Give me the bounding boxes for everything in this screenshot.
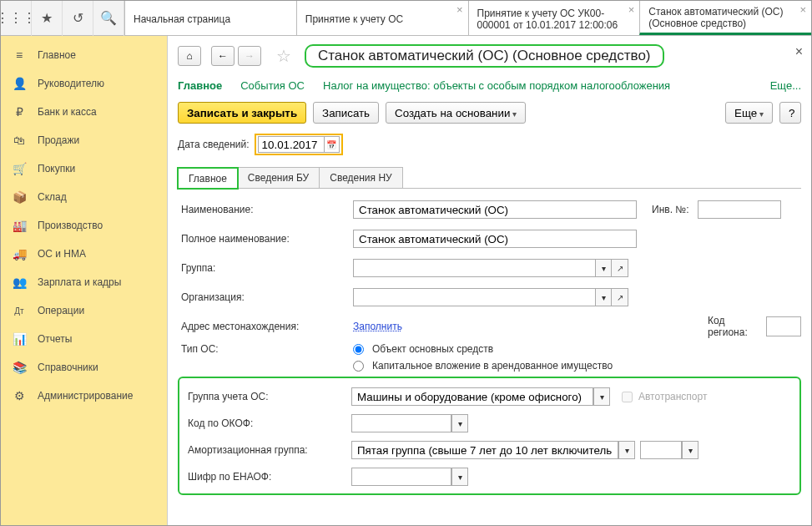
- apps-icon[interactable]: ⋮⋮⋮: [1, 1, 32, 36]
- auto-checkbox[interactable]: Автотранспорт: [618, 389, 707, 405]
- open-icon[interactable]: ↗: [612, 259, 628, 277]
- close-icon[interactable]: ×: [795, 44, 803, 59]
- cart-icon: 🛒: [13, 162, 26, 175]
- org-input[interactable]: [353, 288, 595, 306]
- enaof-label: Шифр по ЕНАОФ:: [188, 471, 351, 483]
- name-input[interactable]: [353, 200, 637, 219]
- sidebar-item-admin[interactable]: ⚙Администрирование: [1, 382, 167, 410]
- radio-input[interactable]: [353, 361, 364, 372]
- sidebar-item-salary[interactable]: 👥Зарплата и кадры: [1, 268, 167, 296]
- sidebar-item-label: Справочники: [38, 362, 98, 373]
- more-button[interactable]: Еще: [725, 102, 773, 124]
- sidebar-item-label: Руководителю: [38, 78, 104, 89]
- forward-button[interactable]: →: [238, 46, 261, 66]
- tab-asset-card[interactable]: Станок автоматический (ОС) (Основное сре…: [639, 1, 811, 35]
- sidebar-item-sales[interactable]: 🛍Продажи: [1, 126, 167, 154]
- dropdown-icon[interactable]: ▾: [682, 441, 699, 459]
- radio-input[interactable]: [353, 344, 364, 355]
- content-area: × ⌂ ← → ☆ Станок автоматический (ОС) (Ос…: [168, 36, 811, 526]
- calendar-icon[interactable]: 📅: [325, 136, 340, 153]
- type-radio-invest[interactable]: Капитальное вложение в арендованное имущ…: [353, 360, 613, 372]
- sidebar-item-bank[interactable]: ₽Банк и касса: [1, 98, 167, 126]
- truck-icon: 🚚: [13, 247, 26, 260]
- acc-group-input[interactable]: [351, 387, 593, 406]
- tab-os-accept-doc[interactable]: Принятие к учету ОС УК00-000001 от 10.01…: [468, 1, 640, 35]
- subtab-bu[interactable]: Сведения БУ: [237, 167, 320, 188]
- dropdown-icon[interactable]: ▾: [451, 414, 468, 432]
- close-icon[interactable]: ×: [456, 4, 463, 16]
- sidebar-item-ref[interactable]: 📚Справочники: [1, 353, 167, 382]
- star-icon[interactable]: ★: [32, 1, 63, 36]
- factory-icon: 🏭: [13, 219, 26, 232]
- close-icon[interactable]: ×: [799, 4, 806, 16]
- sidebar-item-label: Администрирование: [38, 390, 133, 402]
- top-toolbar: ⋮⋮⋮ ★ ↺ 🔍 Начальная страница Принятие к …: [1, 1, 811, 36]
- nav-main[interactable]: Главное: [178, 79, 222, 92]
- sidebar-item-label: Отчеты: [38, 333, 72, 345]
- sidebar-item-label: Производство: [38, 220, 103, 231]
- help-button[interactable]: ?: [779, 102, 801, 124]
- close-icon[interactable]: ×: [628, 4, 635, 16]
- sidebar-item-reports[interactable]: 📊Отчеты: [1, 325, 167, 353]
- sidebar-item-warehouse[interactable]: 📦Склад: [1, 183, 167, 211]
- back-button[interactable]: ←: [211, 46, 235, 66]
- amort-input[interactable]: [351, 441, 618, 459]
- star-outline-icon[interactable]: ☆: [276, 46, 291, 66]
- sidebar-item-label: Банк и касса: [38, 106, 97, 118]
- inv-label: Инв. №:: [652, 204, 689, 215]
- dropdown-icon[interactable]: ▾: [451, 468, 468, 486]
- page-title: Станок автоматический (ОС) (Основное сре…: [305, 44, 664, 68]
- amort-ext-input[interactable]: [640, 441, 682, 459]
- nav-tax[interactable]: Налог на имущество: объекты с особым пор…: [323, 79, 670, 92]
- nav-more[interactable]: Еще...: [770, 79, 801, 92]
- sidebar: ≡Главное 👤Руководителю ₽Банк и касса 🛍Пр…: [1, 36, 168, 526]
- toolbar-icons: ⋮⋮⋮ ★ ↺ 🔍: [1, 1, 124, 35]
- sidebar-item-manager[interactable]: 👤Руководителю: [1, 69, 167, 98]
- sidebar-item-label: Операции: [38, 305, 84, 316]
- inv-input[interactable]: [698, 200, 781, 219]
- sidebar-item-label: ОС и НМА: [38, 248, 86, 260]
- dropdown-icon[interactable]: ▾: [618, 441, 635, 459]
- chart-icon: 📊: [13, 332, 26, 346]
- write-button[interactable]: Записать: [313, 102, 379, 124]
- create-based-button[interactable]: Создать на основании: [386, 102, 526, 124]
- enaof-input[interactable]: [351, 468, 451, 486]
- addr-label: Адрес местонахождения:: [178, 321, 353, 332]
- search-icon[interactable]: 🔍: [93, 1, 124, 36]
- group-label: Группа:: [178, 262, 353, 274]
- sidebar-item-production[interactable]: 🏭Производство: [1, 211, 167, 240]
- okof-input[interactable]: [351, 414, 451, 432]
- date-input[interactable]: [258, 136, 325, 153]
- history-icon[interactable]: ↺: [63, 1, 93, 36]
- bag-icon: 🛍: [13, 134, 26, 147]
- sidebar-item-label: Покупки: [38, 163, 75, 174]
- sidebar-item-purchases[interactable]: 🛒Покупки: [1, 154, 167, 183]
- tab-os-accept[interactable]: Принятие к учету ОС×: [296, 1, 468, 35]
- type-radio-asset[interactable]: Объект основных средств: [353, 343, 613, 355]
- sidebar-item-main[interactable]: ≡Главное: [1, 41, 167, 69]
- sidebar-item-label: Продажи: [38, 134, 79, 146]
- fullname-input[interactable]: [353, 230, 637, 248]
- window-tabs: Начальная страница Принятие к учету ОС× …: [124, 1, 811, 35]
- dropdown-icon[interactable]: ▾: [595, 288, 612, 306]
- sidebar-item-label: Главное: [38, 49, 76, 61]
- addr-fill-link[interactable]: Заполнить: [353, 321, 402, 332]
- tab-start-page[interactable]: Начальная страница: [124, 1, 296, 35]
- region-input[interactable]: [766, 316, 801, 336]
- acc-group-label: Группа учета ОС:: [188, 391, 351, 402]
- dropdown-icon[interactable]: ▾: [593, 387, 610, 406]
- gear-icon: ⚙: [13, 389, 26, 402]
- nav-events[interactable]: События ОС: [240, 79, 305, 92]
- group-input[interactable]: [353, 259, 595, 277]
- name-label: Наименование:: [178, 204, 353, 215]
- sidebar-item-operations[interactable]: ДтОперации: [1, 296, 167, 325]
- open-icon[interactable]: ↗: [612, 288, 628, 306]
- sidebar-item-assets[interactable]: 🚚ОС и НМА: [1, 240, 167, 268]
- person-icon: 👤: [13, 77, 26, 90]
- subtab-main[interactable]: Главное: [178, 168, 238, 189]
- dropdown-icon[interactable]: ▾: [595, 259, 612, 277]
- write-close-button[interactable]: Записать и закрыть: [178, 102, 306, 124]
- home-button[interactable]: ⌂: [178, 46, 201, 66]
- subtab-nu[interactable]: Сведения НУ: [319, 167, 402, 188]
- date-label: Дата сведений:: [178, 139, 250, 150]
